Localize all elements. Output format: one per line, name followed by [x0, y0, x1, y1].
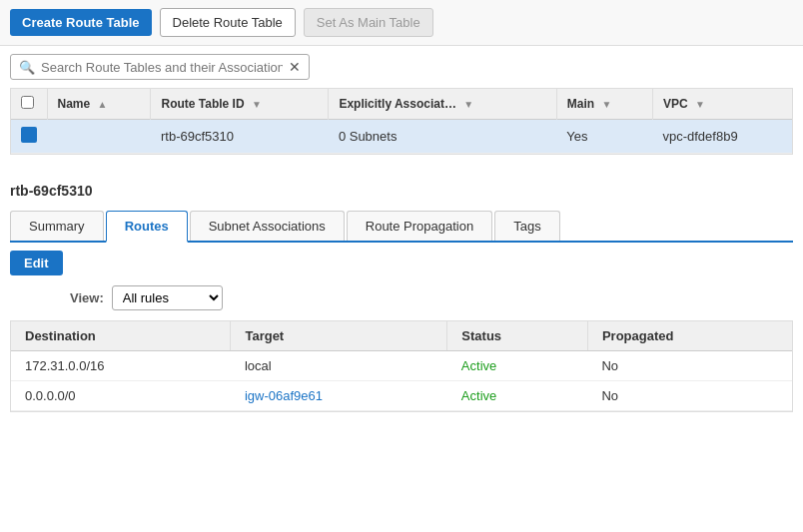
spacer — [0, 155, 803, 175]
routes-table: DestinationTargetStatusPropagated 172.31… — [11, 321, 792, 411]
tab-tags[interactable]: Tags — [494, 211, 559, 241]
select-all-checkbox[interactable] — [21, 96, 34, 109]
routes-column-header-destination: Destination — [11, 321, 231, 351]
row-explicitly-associated: 0 Subnets — [329, 120, 556, 154]
column-main-label: Main — [567, 97, 594, 111]
column-header-vpc[interactable]: VPC ▼ — [652, 89, 792, 120]
row-vpc: vpc-dfdef8b9 — [652, 120, 792, 154]
name-sort-icon: ▲ — [98, 99, 108, 110]
explicitly-associated-sort-icon: ▼ — [463, 99, 473, 110]
route-table-id-sort-icon: ▼ — [252, 99, 262, 110]
column-vpc-label: VPC — [663, 97, 688, 111]
view-select[interactable]: All rulesCustom rulesMain routes — [112, 285, 223, 310]
routes-table-row: 0.0.0.0/0igw-06af9e61ActiveNo — [11, 381, 792, 411]
route-tables-table: Name ▲ Route Table ID ▼ Explicitly Assoc… — [11, 89, 792, 154]
row-name — [47, 120, 151, 154]
row-route-table-id: rtb-69cf5310 — [151, 120, 329, 154]
view-row: View: All rulesCustom rulesMain routes — [10, 285, 793, 310]
route-destination: 172.31.0.0/16 — [11, 351, 231, 381]
tab-subnet_associations[interactable]: Subnet Associations — [190, 211, 345, 241]
row-selected-checkbox[interactable] — [21, 127, 37, 143]
tab-routes[interactable]: Routes — [106, 211, 188, 243]
route-target[interactable]: igw-06af9e61 — [231, 381, 447, 411]
routes-table-row: 172.31.0.0/16localActiveNo — [11, 351, 792, 381]
column-header-explicitly-associated[interactable]: Explicitly Associat… ▼ — [329, 89, 556, 120]
main-sort-icon: ▼ — [602, 99, 612, 110]
tab-route_propagation[interactable]: Route Propagation — [347, 211, 492, 241]
routes-column-header-target: Target — [231, 321, 447, 351]
route-propagated: No — [587, 351, 792, 381]
toolbar: Create Route Table Delete Route Table Se… — [0, 0, 803, 46]
route-target: local — [231, 351, 447, 381]
row-main: Yes — [556, 120, 652, 154]
route-tables-container: Name ▲ Route Table ID ▼ Explicitly Assoc… — [10, 88, 793, 155]
column-header-main[interactable]: Main ▼ — [556, 89, 652, 120]
search-bar: 🔍 ✕ — [10, 54, 310, 80]
route-destination: 0.0.0.0/0 — [11, 381, 231, 411]
view-label: View: — [70, 290, 104, 305]
create-route-table-button[interactable]: Create Route Table — [10, 9, 152, 36]
delete-route-table-button[interactable]: Delete Route Table — [160, 8, 296, 37]
column-name-label: Name — [58, 97, 91, 111]
route-status: Active — [447, 381, 588, 411]
search-icon: 🔍 — [19, 60, 35, 75]
detail-tabs: SummaryRoutesSubnet AssociationsRoute Pr… — [10, 211, 793, 243]
clear-search-icon[interactable]: ✕ — [289, 59, 301, 75]
set-as-main-table-button: Set As Main Table — [304, 8, 433, 37]
routes-column-header-propagated: Propagated — [587, 321, 792, 351]
column-route-table-id-label: Route Table ID — [161, 97, 244, 111]
search-input[interactable] — [41, 60, 283, 75]
column-explicitly-associated-label: Explicitly Associat… — [339, 97, 456, 111]
route-propagated: No — [587, 381, 792, 411]
route-target-link[interactable]: igw-06af9e61 — [245, 388, 323, 403]
select-all-checkbox-header[interactable] — [11, 89, 47, 120]
table-row[interactable]: rtb-69cf5310 0 Subnets Yes vpc-dfdef8b9 — [11, 120, 792, 154]
detail-title: rtb-69cf5310 — [10, 175, 793, 203]
routes-table-container: DestinationTargetStatusPropagated 172.31… — [10, 320, 793, 412]
tab-summary[interactable]: Summary — [10, 211, 104, 241]
column-header-name[interactable]: Name ▲ — [47, 89, 151, 120]
detail-section: rtb-69cf5310 SummaryRoutesSubnet Associa… — [10, 175, 793, 412]
column-header-route-table-id[interactable]: Route Table ID ▼ — [151, 89, 329, 120]
row-checkbox-cell[interactable] — [11, 120, 47, 154]
edit-button[interactable]: Edit — [10, 251, 63, 275]
vpc-sort-icon: ▼ — [695, 99, 705, 110]
route-status: Active — [447, 351, 588, 381]
routes-column-header-status: Status — [447, 321, 588, 351]
